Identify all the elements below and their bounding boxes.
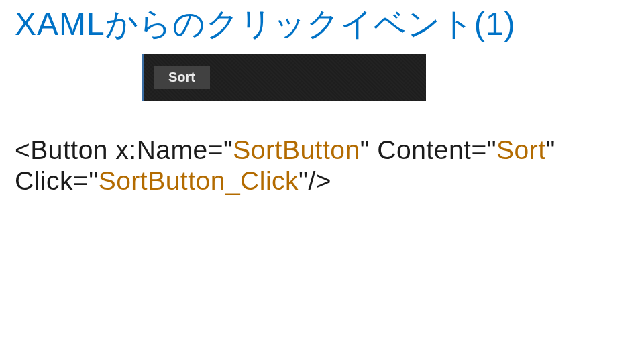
code-text: " [546,135,555,164]
code-line-1: <Button x:Name="SortButton" Content="Sor… [15,135,629,166]
code-string: Sort [496,135,546,164]
code-text: Click=" [15,166,99,195]
code-text: " Content=" [360,135,496,164]
slide: XAMLからのクリックイベント(1) Sort <Button x:Name="… [0,0,644,203]
sort-button[interactable]: Sort [154,66,210,89]
code-string: SortButton [233,135,360,164]
xaml-code-block: <Button x:Name="SortButton" Content="Sor… [15,135,629,196]
code-line-2: Click="SortButton_Click"/> [15,166,629,196]
code-text: "/> [299,166,331,195]
code-text: <Button x:Name=" [15,135,233,164]
code-string: SortButton_Click [99,166,299,195]
slide-title: XAMLからのクリックイベント(1) [15,7,629,42]
ui-preview-panel: Sort [142,54,426,101]
